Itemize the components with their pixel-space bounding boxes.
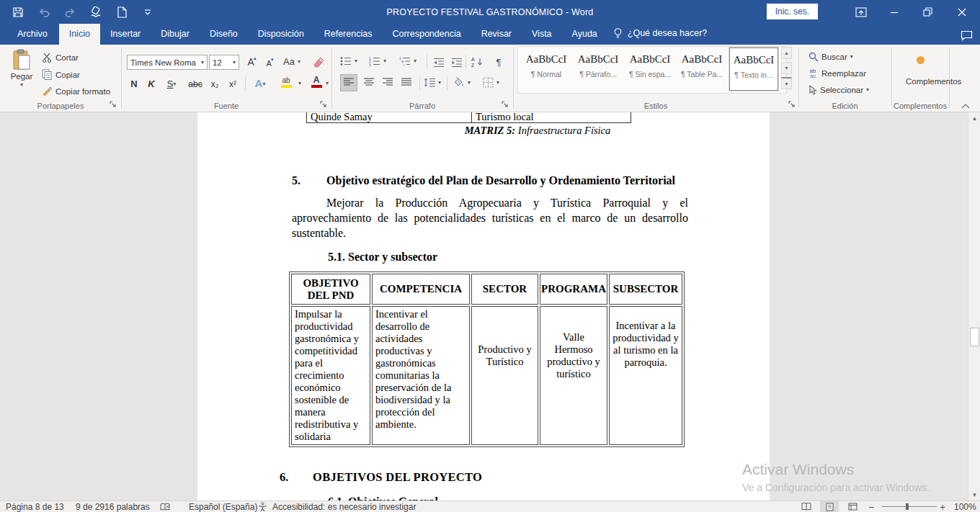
header-cell[interactable]: PROGRAMA (540, 274, 607, 305)
sector-table[interactable]: OBJETIVO DEL PND COMPETENCIA SECTOR PROG… (289, 271, 685, 447)
style-parrafo[interactable]: AaBbCcI ¶ Párrafo... (574, 48, 623, 91)
document-page[interactable]: Quinde Samay Turismo local MATRIZ 5: Inf… (197, 112, 770, 500)
text-effects-button[interactable]: A▾ (249, 75, 271, 91)
zoom-slider-thumb[interactable] (906, 503, 909, 510)
header-cell[interactable]: COMPETENCIA (372, 274, 470, 305)
styles-scroll-down-icon[interactable]: ▾ (781, 62, 792, 74)
style-sin-espaciado[interactable]: AaBbCcI ¶ Sin espa... (625, 48, 674, 91)
body-cell[interactable]: Productivo y Turístico (471, 306, 538, 445)
zoom-slider[interactable] (882, 506, 937, 507)
replace-button[interactable]: abac Reemplazar (807, 68, 866, 78)
vertical-scrollbar[interactable]: ▲ ▼ (968, 112, 980, 500)
numbering-button[interactable]: 123 ▾ (369, 56, 386, 66)
tab-insertar[interactable]: Insertar (100, 24, 151, 45)
zoom-percentage[interactable]: 100% (954, 501, 976, 512)
table-caption[interactable]: MATRIZ 5: Infraestructura Física (451, 125, 624, 137)
multilevel-list-button[interactable]: 1ai ▾ (399, 56, 416, 66)
body-cell[interactable]: Impulsar la productividad gastronómica y… (291, 306, 370, 445)
addins-button[interactable]: Complementos (906, 50, 935, 87)
superscript-button[interactable]: x² (225, 75, 241, 91)
font-name-combo[interactable]: Times New Roma▾ (127, 55, 208, 70)
clear-formatting-button[interactable] (310, 53, 326, 69)
align-right-button[interactable] (379, 74, 396, 91)
bullets-button[interactable]: ▾ (340, 56, 357, 66)
tab-revisar[interactable]: Revisar (471, 24, 522, 45)
language-indicator[interactable]: Español (España) (189, 501, 257, 512)
scroll-up-icon[interactable]: ▲ (969, 112, 980, 124)
paste-button[interactable]: Pegar ▾ (7, 49, 36, 88)
sign-in-button[interactable]: Inic. ses. (767, 4, 818, 19)
accessibility-status[interactable]: Accesibilidad: es necesario investigar (272, 501, 416, 512)
tab-inicio[interactable]: Inicio (59, 24, 100, 45)
increase-indent-button[interactable] (448, 53, 465, 69)
bold-button[interactable]: N (127, 75, 141, 91)
align-center-button[interactable] (360, 74, 378, 91)
style-table-paragraph[interactable]: AaBbCcI ¶ Table Pa... (677, 48, 726, 91)
show-marks-button[interactable]: ¶ (491, 53, 506, 69)
read-mode-view-icon[interactable] (797, 501, 816, 512)
chevron-down-icon[interactable]: ▾ (298, 81, 301, 86)
font-size-combo[interactable]: 12▾ (209, 55, 239, 70)
accessibility-icon[interactable] (258, 501, 267, 512)
minimize-icon[interactable] (882, 0, 906, 24)
style-texto-independiente[interactable]: AaBbCcI ¶ Texto in... (729, 48, 778, 91)
body-cell[interactable]: Incentivar a la productividad y al turis… (609, 306, 682, 445)
collapse-ribbon-icon[interactable] (961, 104, 970, 109)
body-cell[interactable]: Valle Hermoso productivo y turístico (540, 306, 607, 445)
copy-button[interactable]: Copiar (42, 69, 80, 80)
decrease-indent-button[interactable] (430, 53, 447, 69)
justify-button[interactable] (398, 74, 415, 91)
mini-table-cell[interactable]: Quinde Samay (306, 112, 472, 123)
zoom-out-button[interactable]: − (868, 501, 874, 512)
mini-table-cell[interactable]: Turismo local (472, 112, 631, 123)
heading-5[interactable]: 5.Objetivo estratégico del Plan de Desar… (292, 174, 675, 187)
strikethrough-button[interactable]: abc (186, 75, 205, 91)
ribbon-display-options-icon[interactable] (849, 0, 873, 24)
styles-more-icon[interactable]: ▾ (781, 77, 792, 89)
select-button[interactable]: Seleccionar ▾ (808, 85, 869, 95)
cut-button[interactable]: Cortar (42, 53, 79, 63)
highlight-color-button[interactable]: ab (274, 75, 298, 91)
body-paragraph[interactable]: Mejorar la Producción Agropecuaria y Tur… (292, 195, 688, 241)
tab-archivo[interactable]: Archivo (6, 24, 59, 45)
tab-ayuda[interactable]: Ayuda (562, 24, 607, 45)
font-color-button[interactable]: A (307, 75, 326, 91)
header-cell[interactable]: OBJETIVO DEL PND (291, 274, 370, 305)
zoom-in-button[interactable]: + (940, 501, 945, 512)
style-normal[interactable]: AaBbCcI ¶ Normal (522, 48, 571, 91)
paragraph-dialog-launcher-icon[interactable] (502, 101, 510, 109)
styles-dialog-launcher-icon[interactable] (788, 101, 797, 109)
body-cell[interactable]: Incentivar el desarrollo de actividades … (372, 306, 470, 445)
print-layout-view-icon[interactable] (820, 501, 839, 512)
shrink-font-button[interactable]: A▾ (262, 53, 278, 69)
tab-correspondencia[interactable]: Correspondencia (382, 24, 471, 45)
tab-vista[interactable]: Vista (522, 24, 562, 45)
underline-button[interactable]: S▾ (161, 75, 182, 91)
borders-button[interactable]: ▾ (483, 77, 499, 88)
chevron-down-icon[interactable]: ▾ (326, 81, 329, 86)
mini-table[interactable]: Quinde Samay Turismo local (306, 112, 631, 123)
tell-me-box[interactable]: ¿Qué desea hacer? (607, 22, 713, 45)
comments-icon[interactable] (961, 30, 973, 41)
tab-dibujar[interactable]: Dibujar (151, 24, 200, 45)
tab-diseno[interactable]: Diseño (200, 24, 248, 45)
font-dialog-launcher-icon[interactable] (320, 101, 329, 109)
header-cell[interactable]: SUBSECTOR (609, 274, 682, 305)
word-count[interactable]: 9 de 2916 palabras (76, 501, 150, 512)
scrollbar-thumb[interactable] (970, 328, 979, 346)
clipboard-dialog-launcher-icon[interactable] (110, 101, 118, 109)
grow-font-button[interactable]: A▴ (244, 53, 260, 69)
header-cell[interactable]: SECTOR (471, 274, 538, 305)
italic-button[interactable]: K (144, 75, 159, 91)
proofing-errors-icon[interactable] (160, 501, 170, 512)
align-left-button[interactable] (340, 74, 357, 91)
heading-6-1[interactable]: 6.1. Objetivos General (328, 495, 438, 500)
shading-button[interactable]: ▾ (452, 77, 471, 88)
styles-scroll-up-icon[interactable]: ▴ (781, 47, 792, 59)
tab-referencias[interactable]: Referencias (314, 24, 383, 45)
sort-button[interactable]: AZ (468, 53, 487, 69)
subscript-button[interactable]: x₂ (207, 75, 223, 91)
web-layout-view-icon[interactable] (843, 501, 862, 512)
close-icon[interactable] (950, 0, 974, 24)
page-indicator[interactable]: Página 8 de 13 (6, 501, 64, 512)
